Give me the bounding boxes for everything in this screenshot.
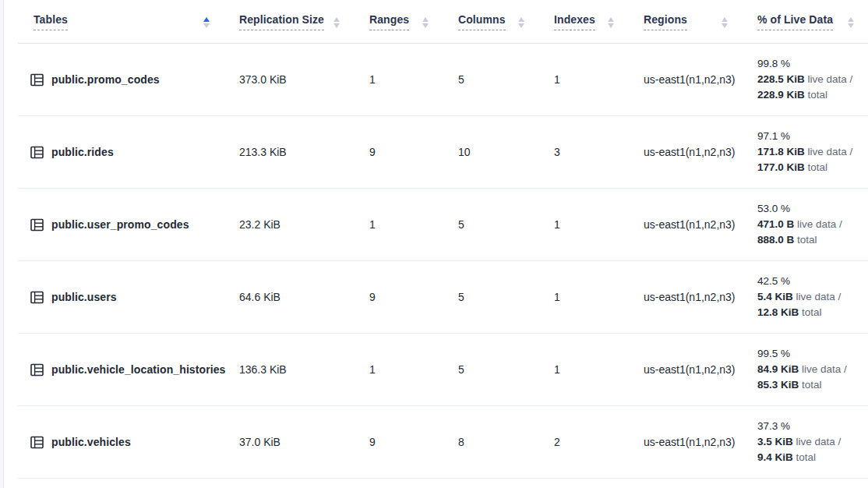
total-data-line: 9.4 KiB total [757, 450, 868, 465]
table-name[interactable]: public.rides [51, 146, 114, 158]
tables-list-page: Tables Replication Size Ranges Columns I… [4, 0, 868, 488]
live-data-cell: 42.5 % 5.4 KiB live data / 12.8 KiB tota… [742, 274, 868, 320]
sort-arrows-icon[interactable] [203, 16, 210, 28]
live-data-cell: 97.1 % 171.8 KiB live data / 177.0 KiB t… [742, 129, 868, 175]
table-grid-icon [30, 73, 44, 87]
column-header-label: Indexes [554, 13, 595, 30]
live-data-line: 171.8 KiB live data / [757, 144, 868, 160]
live-data-percent: 42.5 % [757, 274, 868, 289]
sort-arrows-icon[interactable] [608, 16, 614, 28]
ranges-cell: 9 [354, 436, 443, 448]
table-row[interactable]: public.vehicle_location_histories 136.3 … [18, 334, 868, 406]
columns-cell: 5 [443, 363, 538, 376]
replication-size-cell: 64.6 KiB [224, 291, 354, 303]
live-data-line: 471.0 B live data / [757, 217, 868, 232]
table-grid-icon [30, 146, 44, 159]
table-row[interactable]: public.vehicles 37.0 KiB 9 8 2 us-east1(… [18, 406, 868, 479]
indexes-cell: 1 [538, 291, 628, 303]
table-grid-icon [30, 218, 44, 232]
columns-cell: 8 [443, 436, 538, 448]
table-name-cell[interactable]: public.promo_codes [18, 73, 224, 87]
replication-size-cell: 136.3 KiB [224, 363, 354, 376]
live-data-percent: 53.0 % [757, 201, 868, 217]
table-name[interactable]: public.vehicles [51, 436, 131, 448]
columns-cell: 5 [443, 291, 538, 303]
regions-cell: us-east1(n1,n2,n3) [628, 146, 742, 158]
table-name-cell[interactable]: public.vehicles [18, 436, 224, 449]
table-header-row: Tables Replication Size Ranges Columns I… [18, 0, 868, 44]
column-header-label: Ranges [369, 13, 409, 30]
table-body: public.promo_codes 373.0 KiB 1 5 1 us-ea… [18, 44, 868, 479]
replication-size-cell: 373.0 KiB [224, 73, 354, 86]
live-data-cell: 99.5 % 84.9 KiB live data / 85.3 KiB tot… [742, 346, 868, 393]
column-header-label: % of Live Data [757, 13, 833, 30]
live-data-percent: 37.3 % [757, 419, 868, 434]
sort-arrows-icon[interactable] [422, 16, 429, 28]
columns-cell: 10 [443, 146, 538, 158]
columns-cell: 5 [443, 73, 538, 86]
table-name-cell[interactable]: public.rides [18, 146, 224, 159]
table-name[interactable]: public.user_promo_codes [51, 218, 189, 231]
indexes-cell: 2 [538, 436, 628, 448]
sort-arrows-icon[interactable] [333, 16, 340, 28]
indexes-cell: 1 [538, 218, 628, 231]
live-data-line: 3.5 KiB live data / [757, 434, 868, 450]
live-data-cell: 99.8 % 228.5 KiB live data / 228.9 KiB t… [742, 56, 868, 103]
sort-arrows-icon[interactable] [848, 16, 854, 28]
total-data-line: 228.9 KiB total [757, 87, 868, 103]
total-data-line: 85.3 KiB total [757, 377, 868, 393]
indexes-cell: 3 [538, 146, 628, 158]
regions-cell: us-east1(n1,n2,n3) [628, 291, 742, 303]
indexes-cell: 1 [538, 363, 628, 376]
live-data-line: 84.9 KiB live data / [757, 362, 868, 377]
column-header-ranges[interactable]: Ranges [354, 0, 443, 43]
table-name[interactable]: public.users [51, 291, 117, 303]
sort-arrows-icon[interactable] [722, 16, 728, 28]
indexes-cell: 1 [538, 73, 628, 86]
table-row[interactable]: public.rides 213.3 KiB 9 10 3 us-east1(n… [18, 116, 868, 189]
table-row[interactable]: public.promo_codes 373.0 KiB 1 5 1 us-ea… [18, 44, 868, 116]
regions-cell: us-east1(n1,n2,n3) [628, 363, 742, 376]
column-header-live-data[interactable]: % of Live Data [742, 0, 868, 43]
table-grid-icon [30, 436, 44, 449]
ranges-cell: 1 [354, 218, 443, 231]
regions-cell: us-east1(n1,n2,n3) [628, 218, 742, 231]
regions-cell: us-east1(n1,n2,n3) [628, 73, 742, 86]
table-grid-icon [30, 363, 44, 377]
table-name-cell[interactable]: public.vehicle_location_histories [18, 363, 224, 377]
column-header-label: Columns [458, 13, 506, 30]
sort-arrows-icon[interactable] [518, 16, 524, 28]
live-data-cell: 37.3 % 3.5 KiB live data / 9.4 KiB total [742, 419, 868, 465]
column-header-label: Tables [34, 13, 68, 30]
column-header-label: Replication Size [239, 13, 324, 30]
live-data-line: 5.4 KiB live data / [757, 289, 868, 305]
column-header-regions[interactable]: Regions [628, 0, 742, 43]
replication-size-cell: 23.2 KiB [224, 218, 354, 231]
columns-cell: 5 [443, 218, 538, 231]
replication-size-cell: 213.3 KiB [224, 146, 354, 158]
ranges-cell: 9 [354, 291, 443, 303]
live-data-percent: 99.8 % [757, 56, 868, 72]
live-data-line: 228.5 KiB live data / [757, 72, 868, 87]
column-header-indexes[interactable]: Indexes [538, 0, 628, 43]
table-name[interactable]: public.promo_codes [51, 73, 160, 86]
ranges-cell: 9 [354, 146, 443, 158]
table-grid-icon [30, 291, 44, 304]
ranges-cell: 1 [354, 363, 443, 376]
column-header-columns[interactable]: Columns [443, 0, 538, 43]
regions-cell: us-east1(n1,n2,n3) [628, 436, 742, 448]
column-header-tables[interactable]: Tables [18, 0, 224, 43]
table-name-cell[interactable]: public.users [18, 291, 224, 304]
live-data-percent: 97.1 % [757, 129, 868, 144]
column-header-replication-size[interactable]: Replication Size [224, 0, 354, 43]
column-header-label: Regions [644, 13, 687, 30]
live-data-percent: 99.5 % [757, 346, 868, 362]
table-row[interactable]: public.user_promo_codes 23.2 KiB 1 5 1 u… [18, 189, 868, 261]
table-name[interactable]: public.vehicle_location_histories [51, 363, 225, 376]
replication-size-cell: 37.0 KiB [224, 436, 354, 448]
ranges-cell: 1 [354, 73, 443, 86]
table-row[interactable]: public.users 64.6 KiB 9 5 1 us-east1(n1,… [18, 261, 868, 334]
total-data-line: 888.0 B total [757, 232, 868, 248]
table-name-cell[interactable]: public.user_promo_codes [18, 218, 224, 232]
live-data-cell: 53.0 % 471.0 B live data / 888.0 B total [742, 201, 868, 248]
